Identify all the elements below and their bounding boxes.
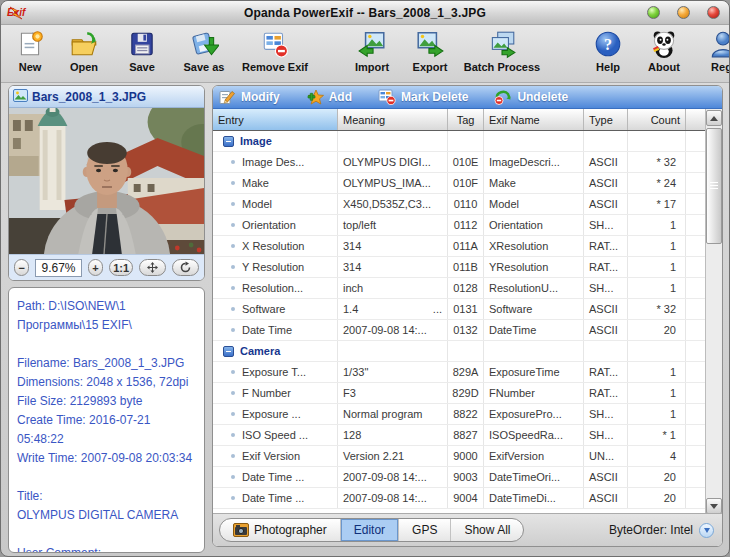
cell-exif_name: DateTime (484, 320, 584, 340)
cell-meaning: OLYMPUS_IMA... (338, 173, 448, 193)
tab-show-all[interactable]: Show All (451, 519, 523, 541)
exif-row[interactable]: ModelX450,D535Z,C3...0110ModelASCII* 17 (213, 194, 722, 215)
toolbar-button-help[interactable]: ?Help (581, 28, 635, 80)
undelete-arrow-icon (494, 89, 512, 105)
info-line: 05:48:22 (17, 430, 196, 449)
toolbar-button-label: New (19, 61, 42, 73)
toolbar-button-about[interactable]: About (635, 28, 693, 80)
file-info-panel: Path: D:\ISO\NEW\1Программы\15 EXIF\ Fil… (8, 287, 205, 553)
minimize-button[interactable] (647, 6, 660, 19)
zoom-in-button[interactable]: + (88, 259, 103, 276)
undelete-button[interactable]: Undelete (494, 89, 568, 105)
cell-tag: 0131 (448, 299, 484, 319)
cell-tag: 010F (448, 173, 484, 193)
toolbar-button-open[interactable]: Open (55, 28, 113, 80)
collapse-icon[interactable] (223, 346, 234, 357)
cell-type: UN... (584, 446, 628, 466)
exif-row[interactable]: Y Resolution314011BYResolutionRAT...1 (213, 257, 722, 278)
exif-row[interactable]: Exif VersionVersion 2.219000ExifVersionU… (213, 446, 722, 467)
exif-row[interactable]: Resolution...inch0128ResolutionU...SH...… (213, 278, 722, 299)
add-button[interactable]: Add (306, 89, 352, 105)
exif-row[interactable]: Exposure T...1/33"829AExposureTimeRAT...… (213, 362, 722, 383)
cell-tag: 829D (448, 383, 484, 403)
zoom-level-field[interactable]: 9.67% (35, 259, 81, 277)
cell-tag: 0110 (448, 194, 484, 214)
bullet-icon (231, 454, 235, 458)
modify-button[interactable]: Modify (219, 89, 280, 105)
mark-delete-button[interactable]: Mark Delete (378, 89, 468, 105)
exif-row[interactable]: X Resolution314011AXResolutionRAT...1 (213, 236, 722, 257)
toolbar-button-new[interactable]: New (5, 28, 55, 80)
toolbar-button-label: Import (355, 61, 389, 73)
photo-preview[interactable] (9, 108, 204, 254)
maximize-button[interactable] (677, 6, 690, 19)
exif-row[interactable]: Orientationtop/left0112OrientationSH...1 (213, 215, 722, 236)
exif-row[interactable]: Image Des...OLYMPUS DIGI...010EImageDesc… (213, 152, 722, 173)
cell-meaning: 314 (338, 257, 448, 277)
toolbar-button-save-as[interactable]: Save as (171, 28, 237, 80)
column-header-entry[interactable]: Entry (213, 109, 338, 130)
toolbar-button-batch-process[interactable]: Batch Process (459, 28, 545, 80)
cell-exif_name: YResolution (484, 257, 584, 277)
cell-count: 1 (628, 278, 686, 298)
cell-meaning: 128 (338, 425, 448, 445)
bullet-icon (231, 412, 235, 416)
tab-label: Editor (354, 523, 385, 537)
tab-editor[interactable]: Editor (341, 519, 399, 541)
scrollbar-thumb[interactable] (706, 128, 722, 244)
byte-order-dropdown[interactable] (699, 523, 714, 538)
import-icon (356, 28, 388, 60)
register-icon (707, 28, 729, 60)
column-header-type[interactable]: Type (584, 109, 628, 130)
cell-type: SH... (584, 215, 628, 235)
svg-text:?: ? (604, 36, 612, 53)
toolbar-button-register[interactable]: Regi (693, 28, 729, 80)
toolbar-button-remove-exif[interactable]: Remove Exif (237, 28, 313, 80)
exif-row[interactable]: F NumberF3829DFNumberRAT...1 (213, 383, 722, 404)
cell-meaning: 2007-09-08 14:... (338, 467, 448, 487)
cell-type: ASCII (584, 299, 628, 319)
exif-row[interactable]: Date Time2007-09-08 14:...0132DateTimeAS… (213, 320, 722, 341)
cell-entry: Y Resolution (213, 257, 338, 277)
rotate-button[interactable] (172, 259, 199, 276)
cell-exif_name: DateTimeDi... (484, 488, 584, 508)
tab-gps[interactable]: GPS (399, 519, 451, 541)
column-header-meaning[interactable]: Meaning (338, 109, 448, 130)
tab-photographer[interactable]: Photographer (220, 519, 341, 541)
exif-row[interactable]: Date Time ...2007-09-08 14:...9004DateTi… (213, 488, 722, 509)
bullet-icon (231, 370, 235, 374)
vertical-scrollbar[interactable] (705, 109, 722, 515)
exif-row[interactable]: Exposure ...Normal program8822ExposurePr… (213, 404, 722, 425)
cell-exif_name: ExifVersion (484, 446, 584, 466)
toolbar-button-import[interactable]: Import (343, 28, 401, 80)
cell-type: ASCII (584, 152, 628, 172)
collapse-icon[interactable] (223, 136, 234, 147)
column-header-exif-name[interactable]: Exif Name (484, 109, 584, 130)
column-header-tag[interactable]: Tag (448, 109, 484, 130)
cell-count: 1 (628, 215, 686, 235)
exif-row[interactable]: MakeOLYMPUS_IMA...010FMakeASCII* 24 (213, 173, 722, 194)
fit-pan-button[interactable] (139, 259, 166, 276)
cell-count: 20 (628, 320, 686, 340)
column-header-count[interactable]: Count (628, 109, 686, 130)
cell-type: ASCII (584, 488, 628, 508)
scroll-down-button[interactable] (706, 498, 722, 514)
zoom-toolbar: − 9.67% + 1:1 (9, 254, 204, 280)
cell-count: * 24 (628, 173, 686, 193)
bullet-icon (231, 307, 235, 311)
toolbar-button-export[interactable]: Export (401, 28, 459, 80)
bullet-icon (231, 475, 235, 479)
zoom-out-button[interactable]: − (14, 259, 29, 276)
toolbar-button-save[interactable]: Save (113, 28, 171, 80)
close-button[interactable] (707, 6, 720, 19)
scroll-up-button[interactable] (706, 110, 722, 126)
actual-size-button[interactable]: 1:1 (109, 259, 133, 276)
exif-row[interactable]: Software1.4...0131SoftwareASCII* 32 (213, 299, 722, 320)
exif-row[interactable]: ISO Speed ...1288827ISOSpeedRa...SH...* … (213, 425, 722, 446)
cell-type: RAT... (584, 362, 628, 382)
preview-filename: Bars_2008_1_3.JPG (32, 90, 146, 104)
cell-entry: Date Time ... (213, 488, 338, 508)
cell-tag: 8827 (448, 425, 484, 445)
info-line (17, 335, 196, 354)
exif-row[interactable]: Date Time ...2007-09-08 14:...9003DateTi… (213, 467, 722, 488)
